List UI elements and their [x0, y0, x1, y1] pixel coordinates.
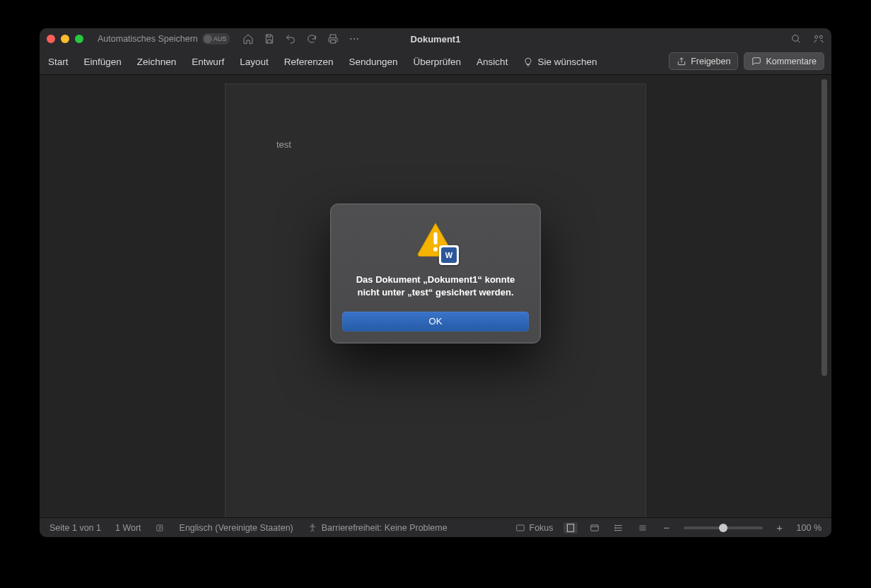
status-accessibility[interactable]: Barrierefreiheit: Keine Probleme — [308, 523, 448, 533]
zoom-out-button[interactable]: − — [660, 522, 674, 534]
dialog-icon-stack: W — [414, 221, 457, 262]
minimize-window-button[interactable] — [61, 35, 69, 43]
comment-icon — [752, 57, 761, 66]
zoom-slider[interactable] — [684, 527, 763, 529]
focus-icon — [515, 523, 525, 533]
svg-point-10 — [312, 524, 313, 525]
autosave-label: Automatisches Speichern AUS — [98, 33, 230, 45]
status-proofing-icon[interactable] — [156, 523, 165, 533]
tab-insert[interactable]: Einfügen — [84, 57, 122, 67]
svg-point-4 — [793, 35, 799, 42]
svg-point-5 — [815, 35, 818, 38]
status-language[interactable]: Englisch (Vereinigte Staaten) — [180, 523, 293, 533]
more-icon[interactable] — [349, 33, 360, 45]
tab-review[interactable]: Überprüfen — [414, 57, 462, 67]
undo-icon[interactable] — [285, 33, 296, 45]
word-app-badge-icon: W — [439, 245, 459, 265]
svg-point-14 — [614, 524, 615, 525]
dialog-backdrop: W Das Dokument „Dokument1“ konnte nicht … — [40, 75, 831, 517]
view-draft-button[interactable] — [636, 522, 650, 534]
home-icon[interactable] — [242, 33, 254, 45]
window-traffic-lights — [47, 35, 83, 43]
share-button-label: Freigeben — [691, 57, 730, 66]
autosave-toggle[interactable]: AUS — [202, 33, 230, 45]
status-page-info[interactable]: Seite 1 von 1 — [49, 523, 101, 533]
tab-layout[interactable]: Layout — [240, 57, 269, 67]
document-canvas: test W Das Dokument „Dokument1“ konnte — [40, 75, 831, 517]
tab-view[interactable]: Ansicht — [477, 57, 508, 67]
autosave-state: AUS — [214, 35, 227, 42]
comments-button-label: Kommentare — [766, 57, 817, 66]
tab-start[interactable]: Start — [48, 57, 69, 67]
quick-access-toolbar — [242, 33, 360, 45]
view-print-layout-button[interactable] — [563, 522, 578, 534]
svg-point-16 — [614, 529, 615, 530]
share-icon — [677, 57, 686, 66]
svg-point-2 — [353, 38, 355, 40]
svg-rect-11 — [516, 524, 524, 530]
status-bar: Seite 1 von 1 1 Wort Englisch (Vereinigt… — [40, 517, 831, 537]
svg-point-6 — [819, 35, 822, 38]
app-window: Automatisches Speichern AUS — [40, 28, 831, 537]
svg-point-3 — [357, 38, 358, 40]
comments-button[interactable]: Kommentare — [744, 52, 824, 70]
zoom-level-label[interactable]: 100 % — [797, 523, 822, 533]
search-icon[interactable] — [790, 33, 802, 45]
autosave-dot-icon — [204, 35, 212, 43]
autosave-text: Automatisches Speichern — [98, 34, 198, 44]
focus-label: Fokus — [530, 523, 554, 533]
share-cloud-icon[interactable] — [813, 33, 824, 45]
focus-mode-button[interactable]: Fokus — [515, 523, 554, 533]
tab-references[interactable]: Referenzen — [284, 57, 334, 67]
status-word-count[interactable]: 1 Wort — [115, 523, 141, 533]
zoom-in-button[interactable]: + — [773, 522, 787, 534]
tell-me-label: Sie wünschen — [537, 57, 597, 67]
zoom-window-button[interactable] — [75, 35, 83, 43]
title-bar: Automatisches Speichern AUS — [40, 28, 831, 49]
ribbon-tabs: Start Einfügen Zeichnen Entwurf Layout R… — [40, 49, 831, 75]
print-icon[interactable] — [327, 33, 339, 45]
tell-me-search[interactable]: Sie wünschen — [523, 57, 597, 67]
ribbon-right-group: Freigeben Kommentare — [669, 52, 824, 70]
svg-point-1 — [351, 38, 352, 40]
svg-rect-7 — [433, 233, 437, 245]
view-web-layout-button[interactable] — [588, 522, 602, 534]
accessibility-icon — [308, 523, 317, 533]
svg-point-15 — [614, 527, 615, 528]
status-right-group: Fokus − + 100 % — [515, 522, 822, 534]
status-accessibility-label: Barrierefreiheit: Keine Probleme — [322, 523, 448, 533]
view-outline-button[interactable] — [612, 522, 626, 534]
redo-icon[interactable] — [306, 33, 317, 45]
tab-mailings[interactable]: Sendungen — [349, 57, 397, 67]
svg-point-8 — [433, 247, 438, 252]
save-icon[interactable] — [264, 33, 275, 45]
lightbulb-icon — [523, 57, 533, 67]
share-button[interactable]: Freigeben — [669, 52, 738, 70]
dialog-ok-button[interactable]: OK — [342, 312, 529, 331]
svg-rect-12 — [567, 524, 573, 531]
dialog-message: Das Dokument „Dokument1“ konnte nicht un… — [342, 274, 529, 311]
zoom-slider-knob[interactable] — [719, 524, 727, 532]
save-error-dialog: W Das Dokument „Dokument1“ konnte nicht … — [330, 204, 541, 343]
tab-draw[interactable]: Zeichnen — [137, 57, 177, 67]
svg-rect-13 — [590, 524, 598, 530]
svg-rect-0 — [331, 40, 336, 43]
tab-design[interactable]: Entwurf — [192, 57, 224, 67]
close-window-button[interactable] — [47, 35, 55, 43]
